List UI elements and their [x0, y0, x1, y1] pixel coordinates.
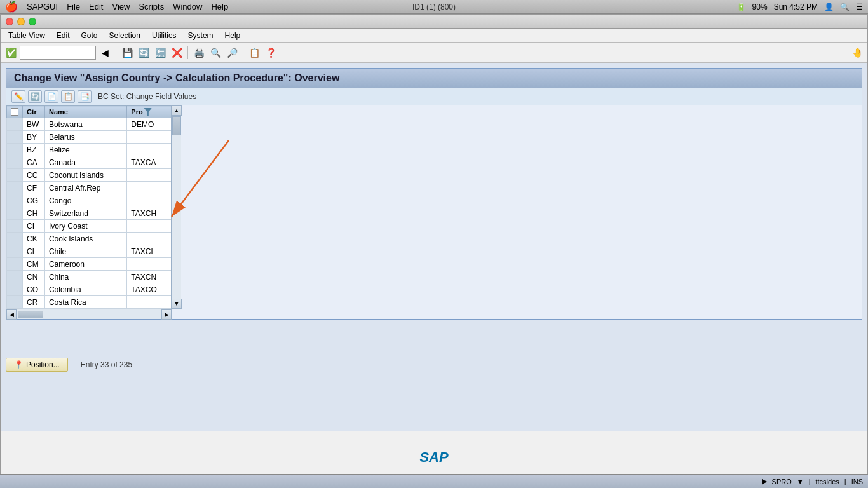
col-header-pro[interactable]: Pro [127, 106, 172, 118]
row-selector[interactable] [7, 144, 23, 156]
table-row[interactable]: CRCosta Rica [7, 296, 172, 309]
command-input[interactable] [20, 46, 96, 60]
scroll-up-icon[interactable]: ▲ [172, 105, 182, 116]
table-row[interactable]: BYBelarus [7, 131, 172, 144]
maximize-button[interactable] [29, 18, 36, 25]
shortcut-icon[interactable]: 🔄 [136, 45, 151, 60]
row-selector[interactable] [7, 245, 23, 258]
row-selector[interactable] [7, 220, 23, 233]
select-all-checkbox[interactable] [11, 108, 18, 116]
col-header-name[interactable]: Name [44, 106, 126, 118]
table-row[interactable]: CCCoconut Islands [7, 169, 172, 182]
battery-icon: 🔋 [736, 3, 746, 11]
dropdown-icon[interactable]: ▼ [797, 478, 804, 485]
scroll-down-icon[interactable]: ▼ [172, 299, 182, 309]
gesture-icon[interactable]: 🤚 [850, 45, 865, 60]
panel-btn-3[interactable]: 📄 [44, 90, 58, 103]
scroll-h-thumb[interactable] [18, 311, 43, 318]
scroll-h-track [17, 309, 161, 319]
menu-window[interactable]: Window [173, 2, 202, 11]
back-icon[interactable]: 🔙 [153, 45, 168, 60]
table-row[interactable]: CGCongo [7, 194, 172, 207]
search-icon[interactable]: 🔍 [840, 3, 850, 11]
panel-btn-4[interactable]: 📋 [61, 90, 75, 103]
row-selector[interactable] [7, 233, 23, 245]
cell-name: Switzerland [44, 207, 126, 220]
cell-ctr: CK [23, 233, 45, 245]
col-header-ctr[interactable]: Ctr [23, 106, 45, 118]
nav-arrow-icon[interactable]: ▶ [762, 477, 767, 485]
panel-toolbar: ✏️ 🔄 📄 📋 📑 BC Set: Change Field Values [6, 88, 862, 105]
menu-help[interactable]: Help [211, 2, 228, 11]
scroll-thumb[interactable] [172, 116, 181, 135]
table-row[interactable]: COColombiaTAXCO [7, 283, 172, 296]
cell-pro: TAXCN [127, 271, 172, 283]
menu-scripts[interactable]: Scripts [139, 2, 164, 11]
row-selector[interactable] [7, 182, 23, 194]
row-selector[interactable] [7, 296, 23, 309]
help-icon[interactable]: ❓ [263, 45, 278, 60]
horizontal-scrollbar[interactable]: ◀ ▶ [6, 309, 172, 319]
table-row[interactable]: CACanadaTAXCA [7, 156, 172, 169]
row-selector[interactable] [7, 156, 23, 169]
row-selector[interactable] [7, 207, 23, 220]
layout-icon[interactable]: 📋 [247, 45, 262, 60]
table-row[interactable]: BZBelize [7, 144, 172, 156]
cell-ctr: BY [23, 131, 45, 144]
minimize-button[interactable] [17, 18, 25, 25]
find-icon[interactable]: 🔍 [208, 45, 223, 60]
row-selector[interactable] [7, 118, 23, 131]
sap-menu-utilities[interactable]: Utilities [147, 30, 182, 41]
cell-ctr: CA [23, 156, 45, 169]
menu-file[interactable]: File [67, 2, 80, 11]
row-selector[interactable] [7, 258, 23, 271]
save-icon[interactable]: 💾 [119, 45, 135, 60]
sap-menu-selection[interactable]: Selection [104, 30, 146, 41]
close-button[interactable] [6, 18, 13, 25]
sap-menu-system[interactable]: System [183, 30, 219, 41]
exit-icon[interactable]: ❌ [169, 45, 184, 60]
row-selector[interactable] [7, 169, 23, 182]
row-selector[interactable] [7, 283, 23, 296]
table-row[interactable]: CHSwitzerlandTAXCH [7, 207, 172, 220]
scroll-right-icon[interactable]: ▶ [161, 309, 172, 320]
scroll-left-icon[interactable]: ◀ [6, 309, 17, 320]
cell-name: Costa Rica [44, 296, 126, 309]
mac-menubar: 🍎 SAPGUI File Edit View Scripts Window H… [0, 0, 868, 14]
separator-1 [116, 46, 116, 59]
cell-name: Central Afr.Rep [44, 182, 126, 194]
row-selector[interactable] [7, 271, 23, 283]
sap-menu-tableview[interactable]: Table View [3, 30, 50, 41]
row-selector[interactable] [7, 131, 23, 144]
find-next-icon[interactable]: 🔎 [224, 45, 240, 60]
traffic-lights [6, 18, 36, 25]
row-selector[interactable] [7, 194, 23, 207]
table-body: BWBotswanaDEMOBYBelarusBZBelizeCACanadaT… [7, 118, 172, 309]
sap-menu-edit[interactable]: Edit [51, 30, 75, 41]
menu-edit[interactable]: Edit [89, 2, 103, 11]
table-row[interactable]: CKCook Islands [7, 233, 172, 245]
cell-ctr: CM [23, 258, 45, 271]
nav-back-icon[interactable]: ◀ [97, 45, 112, 60]
print-icon[interactable]: 🖨️ [191, 45, 207, 60]
table-row[interactable]: CNChinaTAXCN [7, 271, 172, 283]
menu-sapgui[interactable]: SAPGUI [27, 2, 58, 11]
panel-btn-5[interactable]: 📑 [78, 90, 92, 103]
table-row[interactable]: CMCameroon [7, 258, 172, 271]
cell-pro [127, 182, 172, 194]
position-button[interactable]: 📍 Position... [6, 358, 68, 372]
list-icon[interactable]: ☰ [856, 3, 863, 11]
sap-menu-goto[interactable]: Goto [76, 30, 103, 41]
panel-btn-1[interactable]: ✏️ [11, 90, 25, 103]
table-row[interactable]: CFCentral Afr.Rep [7, 182, 172, 194]
cell-pro: TAXCA [127, 156, 172, 169]
vertical-scrollbar[interactable]: ▲ ▼ [171, 105, 181, 309]
apple-logo-icon[interactable]: 🍎 [5, 1, 18, 13]
table-row[interactable]: BWBotswanaDEMO [7, 118, 172, 131]
table-row[interactable]: CLChileTAXCL [7, 245, 172, 258]
menu-view[interactable]: View [112, 2, 130, 11]
confirm-icon[interactable]: ✅ [3, 45, 18, 60]
panel-btn-2[interactable]: 🔄 [28, 90, 42, 103]
table-row[interactable]: CIIvory Coast [7, 220, 172, 233]
sap-menu-help[interactable]: Help [220, 30, 246, 41]
